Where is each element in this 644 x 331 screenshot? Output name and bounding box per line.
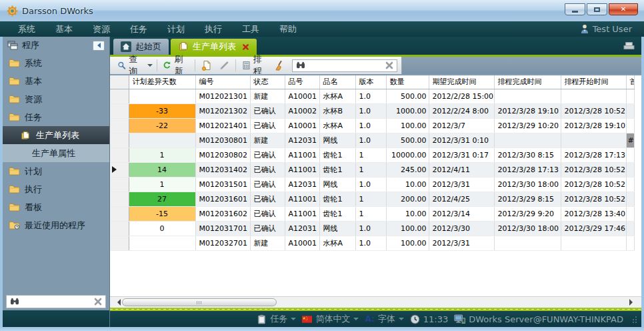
cell-due[interactable]: 2012/3/31 [429,177,494,192]
menu-item-0[interactable]: 系统 [8,23,45,35]
cell-sched-end[interactable]: 2012/3/30 18:00 [494,221,561,236]
cell-item-no[interactable]: A11001 [285,162,319,177]
cell-item-name[interactable]: 水杯A [319,236,355,250]
row-selector-cell[interactable] [110,236,129,250]
cell-version[interactable]: 1.0 [355,133,386,147]
cell-order-no[interactable]: M012021302 [195,103,250,118]
column-header-10[interactable]: 排程开始时间 [561,75,626,89]
cell-sched-end[interactable]: 2012/3/28 19:10 [494,103,561,118]
cell-item-name[interactable]: 水杯B [319,103,355,118]
cell-extra[interactable] [626,103,634,118]
column-header-3[interactable]: 状态 [250,75,285,89]
row-selector-cell[interactable] [110,192,129,206]
sidebar-item-8[interactable]: 看板 [3,198,109,216]
cell-diff[interactable]: 1 [129,147,195,162]
cell-status[interactable]: 已确认 [250,162,285,177]
cell-order-no[interactable]: M012021301 [195,89,250,103]
cell-sched-start[interactable]: 2012/3/28 10:52 [561,103,626,118]
column-header-4[interactable]: 品号 [285,75,319,89]
cell-qty[interactable]: 245.00 [386,162,429,177]
cell-version[interactable]: 1.0 [355,118,386,133]
close-button[interactable]: ✕ [609,3,638,15]
menu-item-3[interactable]: 任务 [120,23,157,35]
cell-version[interactable]: 1.0 [355,221,386,236]
cell-qty[interactable]: 10.00 [386,206,429,221]
table-row[interactable]: 0M012031701已确认A12031网线1.0100.002012/3/30… [110,221,634,236]
cell-qty[interactable]: 500.00 [386,89,429,103]
cell-extra[interactable] [626,221,634,236]
cell-due[interactable]: 2012/2/28 15:00 [429,89,494,103]
sidebar-item-0[interactable]: 系统 [3,54,109,72]
row-selector-cell[interactable] [110,177,129,192]
cell-item-no[interactable]: A10002 [285,103,319,118]
sidebar-search-clear-icon[interactable] [94,298,102,306]
menu-item-5[interactable]: 执行 [195,23,232,35]
menu-item-4[interactable]: 计划 [157,23,195,35]
cell-qty[interactable]: 500.00 [386,133,429,147]
menu-item-7[interactable]: 帮助 [269,23,307,35]
cell-sched-end[interactable]: 2012/3/28 17:13 [494,162,561,177]
cell-item-no[interactable]: A10001 [285,89,319,103]
cell-sched-end[interactable] [494,236,561,250]
toolbar-search-input[interactable] [308,61,383,70]
menu-item-1[interactable]: 基本 [45,23,83,35]
column-header-1[interactable]: 计划差异天数 [129,75,195,89]
cell-sched-start[interactable]: 2012/3/28 19:10 [561,118,626,133]
column-header-7[interactable]: 数量 [386,75,429,89]
cell-version[interactable]: 1.0 [355,177,386,192]
cell-due[interactable]: 2012/3/31 [429,236,494,250]
table-row[interactable]: 27M012031601已确认A11001齿轮11200.002012/4/25… [110,192,634,206]
cell-order-no[interactable]: M012031402 [195,162,250,177]
minimize-button[interactable] [565,3,585,15]
status-language-menu[interactable]: 简体中文 [302,313,359,325]
column-header-11[interactable]: 首 [626,75,634,89]
cell-diff[interactable]: 1 [129,177,195,192]
sidebar-item-5[interactable]: 生产单属性 [3,144,109,162]
cell-sched-start[interactable]: 2012/3/28 10:52 [561,162,626,177]
sidebar-search-input[interactable] [22,297,91,306]
cell-due[interactable]: 2012/3/31 0:10 [429,133,494,147]
cell-item-no[interactable]: A12031 [285,221,319,236]
cell-version[interactable]: 1.0 [355,103,386,118]
cell-extra[interactable] [626,236,634,250]
cell-extra[interactable]: # [626,133,634,147]
status-task-menu[interactable]: 任务 [257,313,296,325]
cell-item-name[interactable]: 水杯A [319,118,355,133]
cell-item-no[interactable]: A10001 [285,118,319,133]
cell-diff[interactable] [129,133,195,147]
scrollbar-thumb[interactable] [122,298,277,306]
cell-qty[interactable]: 10.00 [386,177,429,192]
cell-sched-end[interactable]: 2012/3/29 8:15 [494,192,561,206]
table-row[interactable]: -33M012021302已确认A10002水杯B1.01000.002012/… [110,103,634,118]
cell-extra[interactable] [626,147,634,162]
cell-due[interactable]: 2012/3/30 [429,221,494,236]
table-row[interactable]: -15M012031602已确认A11001齿轮1110.002012/3/14… [110,206,634,221]
cell-qty[interactable]: 200.00 [386,192,429,206]
cell-sched-end[interactable] [494,133,561,147]
cell-sched-start[interactable]: 2012/3/28 10:52 [561,192,626,206]
tab-close-icon[interactable] [242,43,249,51]
tab-start-page[interactable]: 起始页 [113,39,169,55]
table-row[interactable]: M012021301新建A10001水杯A1.0500.002012/2/28 … [110,89,634,103]
cell-item-no[interactable]: A12031 [285,133,319,147]
sidebar-item-6[interactable]: 计划 [3,162,109,180]
cell-qty[interactable]: 10000.00 [386,147,429,162]
user-indicator[interactable]: Test User [580,24,636,34]
cell-version[interactable]: 1 [355,192,386,206]
cell-status[interactable]: 新建 [250,89,285,103]
cell-status[interactable]: 新建 [250,133,285,147]
edit-button[interactable] [215,59,233,72]
cell-order-no[interactable]: M012030801 [195,133,250,147]
cell-qty[interactable]: 100.00 [386,236,429,250]
resize-grip[interactable] [631,315,637,323]
table-row[interactable]: M012032701新建A10001水杯A1.0100.002012/3/31 [110,236,634,250]
cell-status[interactable]: 已确认 [250,103,285,118]
column-header-6[interactable]: 版本 [355,75,386,89]
cell-sched-end[interactable]: 2012/3/29 10:20 [494,118,561,133]
cell-item-name[interactable]: 网线 [319,177,355,192]
cell-diff[interactable]: 0 [129,221,195,236]
cell-due[interactable]: 2012/3/14 [429,206,494,221]
cell-extra[interactable] [626,177,634,192]
cell-item-name[interactable]: 齿轮1 [319,147,355,162]
cell-status[interactable]: 已确认 [250,206,285,221]
